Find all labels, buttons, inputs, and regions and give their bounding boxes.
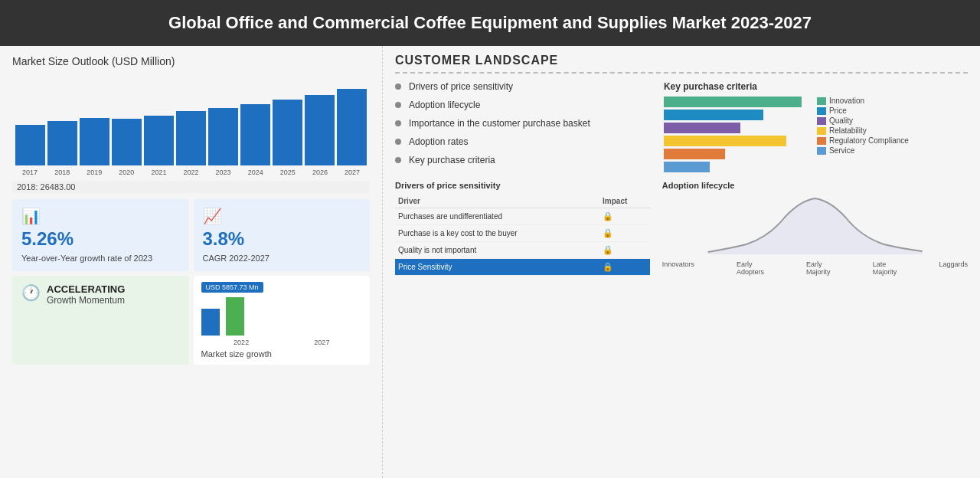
table-row: Price Sensitivity🔒 [395, 259, 650, 276]
year-label: 2022 [175, 169, 207, 176]
speedometer-icon: 🕐 [21, 283, 41, 302]
market-title: Market Size Outlook (USD Million) [12, 55, 370, 67]
bell-curve-area: Innovators EarlyAdopters EarlyMajority L… [662, 195, 968, 271]
kpc-title: Key purchase criteria [664, 81, 968, 92]
accelerating-title: ACCELERATING [47, 283, 125, 295]
bar [240, 104, 270, 165]
driver-cell: Purchase is a key cost to the buyer [395, 225, 599, 242]
legend-item: Service [817, 146, 909, 155]
cagr-card: 📈 3.8% CAGR 2022-2027 [194, 199, 371, 271]
page-header: Global Office and Commercial Coffee Equi… [0, 0, 980, 46]
cl-bottom: Drivers of price sensitivity Driver Impa… [395, 181, 968, 470]
al-innovators: Innovators [662, 260, 694, 276]
bar-col [47, 121, 77, 165]
bar-col [80, 118, 109, 166]
legend-item: Price [817, 106, 909, 115]
legend-color [817, 147, 826, 155]
year-label: 2018 [46, 169, 78, 176]
h-bar-row [664, 136, 802, 146]
highlighted-value: 2018: 26483.00 [12, 181, 370, 193]
growth-year-2027: 2027 [314, 339, 329, 346]
list-item-label: Drivers of price sensitivity [409, 81, 513, 92]
col-driver: Driver [395, 195, 599, 208]
bar-col [112, 119, 142, 165]
bar [337, 89, 367, 165]
list-dot [395, 83, 401, 90]
legend-color [817, 107, 826, 115]
legend-label: Relatability [829, 126, 867, 135]
bar-col [208, 108, 238, 165]
legend-item: Regulatory Compliance [817, 136, 909, 145]
cagr-icon: 📈 [203, 207, 361, 225]
table-row: Quality is not important🔒 [395, 242, 650, 259]
bar [144, 116, 174, 165]
bar-col [15, 125, 45, 165]
header-title: Global Office and Commercial Coffee Equi… [168, 13, 812, 33]
list-item-label: Key purchase criteria [409, 155, 495, 165]
customer-landscape-title: CUSTOMER LANDSCAPE [395, 54, 968, 74]
bar [176, 111, 206, 165]
legend-label: Innovation [829, 97, 864, 105]
ps-title: Drivers of price sensitivity [395, 181, 650, 190]
bar-col [240, 104, 270, 165]
list-item-label: Adoption lifecycle [409, 100, 480, 110]
list-item: Importance in the customer purchase bask… [395, 118, 648, 129]
yoy-card: 📊 5.26% Year-over-Year growth rate of 20… [12, 199, 189, 271]
h-bar-row [664, 97, 802, 107]
usd-badge: USD 5857.73 Mn [201, 282, 263, 293]
cl-list: Drivers of price sensitivityAdoption lif… [395, 81, 648, 173]
legend-item: Quality [817, 116, 909, 125]
h-bar-fill [664, 97, 802, 107]
al-labels: Innovators EarlyAdopters EarlyMajority L… [662, 260, 968, 276]
impact-cell: 🔒 [599, 225, 650, 242]
list-item: Adoption rates [395, 136, 648, 147]
bar-col [305, 95, 335, 165]
al-late-majority: LateMajority [873, 260, 897, 276]
bar [15, 125, 45, 165]
yoy-value: 5.26% [21, 228, 180, 250]
legend-color [817, 127, 826, 135]
al-laggards: Laggards [939, 260, 968, 276]
table-row: Purchase is a key cost to the buyer🔒 [395, 225, 650, 242]
year-label: 2019 [78, 169, 110, 176]
list-item: Adoption lifecycle [395, 100, 648, 110]
adoption-lifecycle: Adoption lifecycle Innovators EarlyAdopt… [662, 181, 968, 470]
list-item-label: Importance in the customer purchase bask… [409, 118, 590, 129]
al-early-adopters: EarlyAdopters [737, 260, 764, 276]
h-bar-fill [664, 110, 763, 120]
bar [305, 95, 335, 165]
driver-cell: Purchases are undifferentiated [395, 208, 599, 225]
legend-item: Relatability [817, 126, 909, 135]
yoy-icon: 📊 [21, 207, 180, 225]
table-row: Purchases are undifferentiated🔒 [395, 208, 650, 225]
kpc-legend: InnovationPriceQualityRelatabilityRegula… [817, 97, 909, 172]
accelerating-card: 🕐 ACCELERATING Growth Momentum [12, 276, 189, 365]
accelerating-sub: Growth Momentum [47, 295, 125, 306]
list-item: Drivers of price sensitivity [395, 81, 648, 92]
list-dot [395, 120, 401, 126]
growth-year-2022: 2022 [234, 339, 249, 346]
year-label: 2023 [207, 169, 240, 176]
driver-cell: Price Sensitivity [395, 259, 599, 276]
list-dot [395, 102, 401, 108]
growth-years: 2022 2027 [201, 339, 363, 346]
h-bar-row [664, 123, 802, 133]
h-bar-fill [664, 162, 710, 172]
h-bar-row [664, 110, 802, 120]
growth-bars [201, 297, 363, 336]
legend-item: Innovation [817, 97, 909, 105]
year-label: 2021 [142, 169, 175, 176]
kpc-chart: Key purchase criteria InnovationPriceQua… [664, 81, 968, 173]
legend-color [817, 117, 826, 125]
bar [80, 118, 109, 166]
legend-label: Quality [829, 116, 853, 125]
market-size-label: Market size growth [201, 349, 363, 358]
horiz-bars [664, 97, 802, 172]
growth-bar-2022 [201, 309, 220, 336]
market-growth-card: USD 5857.73 Mn 2022 2027 Market size gro… [194, 276, 371, 365]
ps-table: Driver Impact Purchases are undifferenti… [395, 195, 650, 276]
bar [273, 100, 302, 165]
list-item-label: Adoption rates [409, 136, 468, 147]
year-labels: 2017201820192020202120222023202420252026… [12, 169, 370, 176]
legend-label: Regulatory Compliance [829, 136, 909, 145]
